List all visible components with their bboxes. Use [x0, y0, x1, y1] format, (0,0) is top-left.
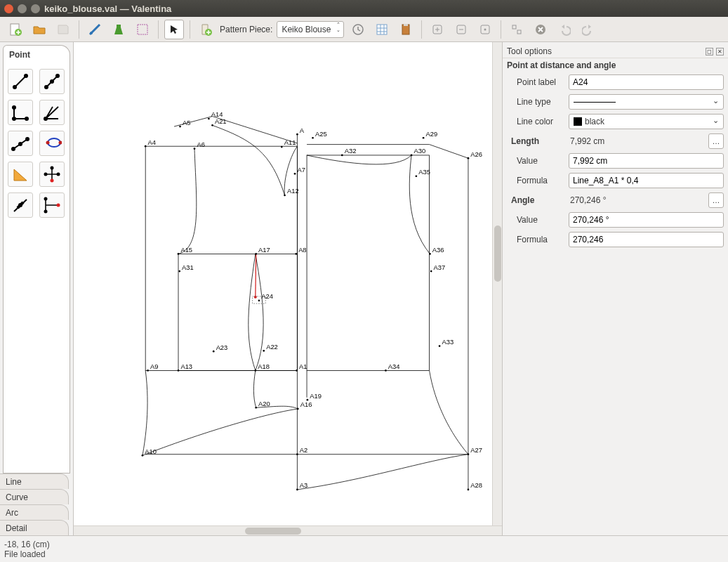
line-color-select[interactable]: black	[569, 114, 724, 129]
length-edit-button[interactable]: …	[708, 133, 724, 149]
svg-text:A5: A5	[183, 119, 190, 126]
tool-options-panel: Tool options ◻ ✕ Point at distance and a…	[502, 42, 728, 535]
tool-triangle[interactable]	[8, 162, 33, 187]
tab-arc[interactable]: Arc	[0, 504, 69, 520]
svg-line-51	[256, 254, 256, 296]
svg-rect-48	[307, 155, 430, 371]
tab-line[interactable]: Line	[0, 473, 69, 489]
tool-shoulder[interactable]	[8, 131, 33, 156]
measurements-button[interactable]	[85, 20, 105, 39]
svg-point-52	[254, 296, 257, 299]
line-type-select[interactable]	[569, 94, 724, 110]
zoom-original-button[interactable]	[507, 20, 527, 39]
status-message: File loaded	[4, 549, 724, 559]
title-bar: keiko_blouse.val — Valentina	[0, 0, 728, 17]
svg-point-88	[254, 370, 256, 372]
svg-text:A21: A21	[215, 118, 227, 125]
angle-edit-button[interactable]: …	[708, 192, 724, 208]
vertical-scrollbar[interactable]	[492, 42, 502, 525]
svg-point-118	[439, 345, 441, 347]
svg-point-60	[296, 489, 298, 491]
svg-text:A22: A22	[266, 344, 278, 351]
add-pattern-piece-button[interactable]	[196, 20, 216, 39]
svg-text:A16: A16	[300, 401, 312, 408]
svg-text:A2: A2	[300, 447, 307, 454]
horizontal-scrollbar[interactable]	[74, 525, 502, 535]
left-tool-panel: Point Line Curve Arc Detail	[0, 42, 74, 535]
status-coords: -18, 16 (cm)	[4, 540, 724, 549]
svg-text:A37: A37	[434, 264, 446, 271]
clipboard-button[interactable]	[396, 20, 416, 39]
angle-value-input[interactable]	[569, 212, 724, 228]
close-panel-icon[interactable]: ✕	[716, 48, 724, 55]
zoom-fit-button[interactable]	[475, 20, 495, 39]
svg-point-62	[145, 145, 147, 148]
svg-point-56	[296, 370, 298, 372]
tool-point-intersection[interactable]	[39, 162, 65, 187]
svg-text:A30: A30	[413, 148, 425, 155]
zoom-out-button[interactable]	[451, 20, 471, 39]
zoom-in-button[interactable]	[428, 20, 447, 39]
svg-point-92	[255, 407, 257, 409]
svg-rect-8	[404, 24, 408, 26]
svg-point-38	[57, 204, 60, 207]
svg-point-90	[307, 399, 309, 401]
svg-point-122	[416, 175, 418, 177]
tool-bisector[interactable]	[39, 100, 65, 125]
detach-icon[interactable]: ◻	[706, 48, 713, 55]
svg-point-82	[178, 253, 180, 255]
svg-text:A19: A19	[310, 393, 322, 400]
svg-point-64	[179, 126, 181, 128]
undo-button[interactable]	[555, 20, 574, 39]
open-file-button[interactable]	[29, 20, 49, 39]
pointer-tool-button[interactable]	[164, 20, 184, 39]
tool-endpoint[interactable]	[8, 69, 33, 94]
svg-text:A3: A3	[300, 482, 307, 489]
table-button[interactable]	[372, 20, 392, 39]
minimize-icon[interactable]	[18, 4, 27, 13]
pattern-properties-button[interactable]	[133, 20, 152, 39]
pattern-piece-select[interactable]: Keiko Blouse	[277, 21, 344, 38]
tool-heading: Point at distance and angle	[503, 58, 728, 72]
point-label-input[interactable]	[569, 74, 724, 90]
tool-line-intersect[interactable]	[39, 192, 65, 218]
close-icon[interactable]	[4, 4, 13, 13]
svg-point-66	[194, 148, 196, 150]
redo-button[interactable]	[578, 20, 598, 39]
panel-title: Tool options	[507, 46, 552, 56]
history-button[interactable]	[348, 20, 368, 39]
svg-point-27	[25, 137, 29, 141]
svg-rect-6	[377, 25, 387, 34]
svg-point-70	[295, 253, 297, 255]
length-formula-input[interactable]	[569, 173, 724, 188]
svg-text:A33: A33	[442, 339, 454, 346]
drawing-canvas[interactable]: AA1A2A3A4A5A6A7A8A9A10A12A13A14A15A16A17…	[74, 42, 492, 525]
tab-curve[interactable]: Curve	[0, 489, 69, 504]
tool-normal[interactable]	[8, 100, 33, 125]
svg-point-74	[142, 455, 144, 457]
svg-text:A17: A17	[258, 247, 270, 254]
svg-point-72	[147, 370, 149, 372]
tab-point[interactable]: Point	[3, 45, 70, 63]
body-button[interactable]	[109, 20, 128, 39]
save-file-button[interactable]	[53, 20, 73, 39]
svg-point-24	[44, 117, 48, 121]
svg-text:A6: A6	[197, 141, 204, 148]
new-file-button[interactable]	[6, 20, 25, 39]
svg-point-84	[297, 408, 299, 410]
svg-text:A32: A32	[345, 148, 357, 155]
svg-point-34	[51, 179, 54, 183]
maximize-icon[interactable]	[31, 4, 40, 13]
svg-point-37	[44, 210, 48, 214]
svg-point-58	[296, 453, 298, 455]
angle-formula-input[interactable]	[569, 232, 724, 247]
svg-point-108	[468, 489, 470, 491]
length-value-input[interactable]	[569, 153, 724, 169]
svg-point-68	[294, 173, 296, 175]
svg-text:A8: A8	[298, 247, 306, 254]
tool-along-line[interactable]	[39, 69, 65, 94]
tab-detail[interactable]: Detail	[0, 520, 69, 535]
tool-cut-arc[interactable]	[8, 192, 33, 218]
tool-point-of-contact[interactable]	[39, 131, 65, 156]
stop-button[interactable]	[531, 20, 550, 39]
